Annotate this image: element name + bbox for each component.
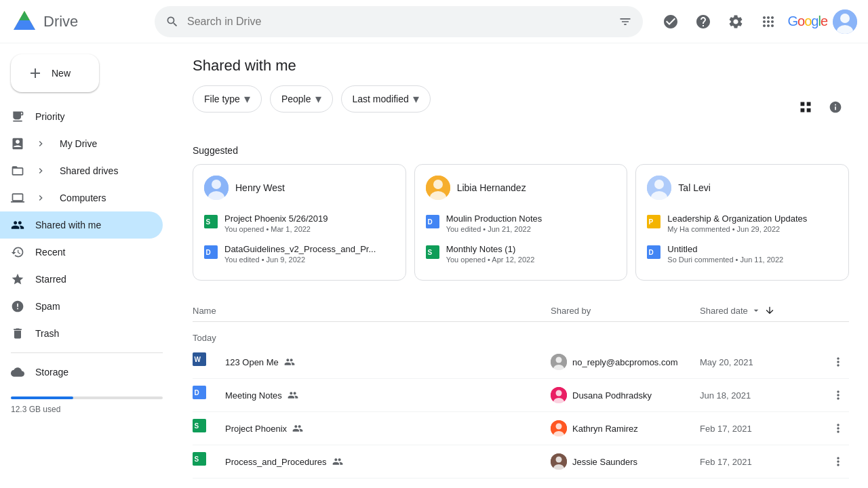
file-shared-by: no_reply@abcpromos.com <box>551 354 700 370</box>
sidebar-item-trash[interactable]: Trash <box>0 320 163 347</box>
file-meta: You opened • Apr 12, 2022 <box>446 256 616 264</box>
file-shared-by: Jessie Saunders <box>551 453 700 470</box>
sort-down-icon <box>751 305 762 316</box>
file-type-icon: D <box>204 245 218 259</box>
table-row[interactable]: S Project Phoenix Kathryn Ramirez Feb 17… <box>193 412 849 445</box>
settings-icon[interactable] <box>722 8 749 35</box>
people-label: People <box>281 94 311 104</box>
storage-text: 12.3 GB used <box>11 405 163 414</box>
shared-by-name: Kathryn Ramirez <box>572 424 638 434</box>
sidebar-item-spam[interactable]: Spam <box>0 293 163 320</box>
sidebar-item-recent[interactable]: Recent <box>0 239 163 266</box>
svg-text:P: P <box>649 218 654 226</box>
file-meta: So Duri commented • Jun 11, 2022 <box>667 256 837 264</box>
more-options[interactable] <box>822 384 849 406</box>
suggested-file-item[interactable]: D Moulin Production Notes You edited • J… <box>426 208 616 239</box>
file-shared-date: May 20, 2021 <box>700 357 822 367</box>
help-icon[interactable] <box>690 8 717 35</box>
file-name: DataGuidelines_v2_Process_and_Pr... <box>224 244 395 254</box>
svg-text:D: D <box>427 218 432 226</box>
more-options[interactable] <box>822 418 849 439</box>
sidebar-label-trash: Trash <box>35 328 59 339</box>
file-type-icon: S <box>426 245 439 259</box>
shared-people-icon <box>332 456 343 467</box>
sidebar-item-shared-drives[interactable]: Shared drives <box>0 157 163 184</box>
storage-section: 12.3 GB used <box>0 391 174 420</box>
file-meta: You edited • Jun 9, 2022 <box>224 256 395 264</box>
table-row[interactable]: S Process_and_Procedures Jessie Saunders… <box>193 445 849 479</box>
app-title: Drive <box>43 13 78 30</box>
file-row-name: S Project Phoenix <box>193 419 551 438</box>
suggested-file-item[interactable]: D DataGuidelines_v2_Process_and_Pr... Yo… <box>204 239 395 269</box>
priority-icon <box>11 110 24 123</box>
person-name: Tal Levi <box>678 182 710 193</box>
svg-text:S: S <box>427 249 432 256</box>
sidebar-item-computers[interactable]: Computers <box>0 184 163 211</box>
search-input[interactable] <box>187 16 610 28</box>
suggested-label: Suggested <box>193 145 849 156</box>
shared-by-avatar <box>551 453 567 470</box>
more-vertical-icon <box>831 388 845 402</box>
more-options-button[interactable] <box>827 418 849 439</box>
sidebar-label-shared-drives: Shared drives <box>60 165 118 176</box>
grid-view-button[interactable] <box>792 94 819 121</box>
sidebar-item-priority[interactable]: Priority <box>0 103 163 130</box>
more-vertical-icon <box>831 355 845 369</box>
person-name: Libia Hernandez <box>457 182 526 193</box>
file-row-name: S Process_and_Procedures <box>193 452 551 471</box>
more-options[interactable] <box>822 351 849 373</box>
file-type-label: File type <box>204 94 240 104</box>
sidebar-label-my-drive: My Drive <box>60 138 97 149</box>
sidebar-label-spam: Spam <box>35 301 60 312</box>
suggested-file-item[interactable]: S Project Phoenix 5/26/2019 You opened •… <box>204 208 395 239</box>
filter-icon[interactable] <box>618 15 632 28</box>
avatar[interactable] <box>833 9 857 34</box>
search-bar[interactable] <box>155 6 643 37</box>
person-card[interactable]: Libia Hernandez D Moulin Production Note… <box>414 164 628 281</box>
sidebar-item-my-drive[interactable]: My Drive <box>0 130 163 157</box>
file-shared-date: Jun 18, 2021 <box>700 390 822 401</box>
nav-items: Priority My Drive Shared drives <box>0 103 174 347</box>
spam-icon <box>11 300 24 313</box>
svg-point-5 <box>840 14 850 23</box>
shared-date-column-header[interactable]: Shared date <box>700 305 822 316</box>
shared-drives-icon <box>11 164 24 178</box>
done-icon[interactable] <box>657 8 684 35</box>
people-filter[interactable]: People ▾ <box>270 85 333 113</box>
svg-marker-2 <box>14 20 35 30</box>
file-row-name: W 123 Open Me <box>193 352 551 371</box>
more-options-button[interactable] <box>827 451 849 472</box>
svg-point-15 <box>433 180 443 189</box>
suggested-file-item[interactable]: D Untitled So Duri commented • Jun 11, 2… <box>647 239 837 269</box>
sidebar-item-starred[interactable]: Starred <box>0 266 163 293</box>
svg-text:D: D <box>195 389 199 396</box>
shared-people-icon <box>288 390 298 401</box>
file-type-filter[interactable]: File type ▾ <box>193 85 262 113</box>
more-options-button[interactable] <box>827 351 849 373</box>
file-name: Monthly Notes (1) <box>446 244 616 254</box>
person-card[interactable]: Henry West S Project Phoenix 5/26/2019 Y… <box>193 164 406 281</box>
new-button[interactable]: New <box>11 54 99 92</box>
person-avatar <box>647 176 671 200</box>
recent-icon <box>11 245 24 259</box>
sidebar: New Priority My Drive <box>0 43 174 488</box>
sidebar-item-storage[interactable]: Storage <box>0 359 163 386</box>
more-options-button[interactable] <box>827 384 849 406</box>
more-options[interactable] <box>822 451 849 472</box>
sidebar-label-starred: Starred <box>35 274 66 285</box>
filter-row: File type ▾ People ▾ Last modified ▾ <box>193 85 849 129</box>
file-name: Leadership & Organization Updates <box>667 214 837 224</box>
person-card[interactable]: Tal Levi P Leadership & Organization Upd… <box>635 164 849 281</box>
apps-icon[interactable] <box>755 8 782 35</box>
table-row[interactable]: W 123 Open Me no_reply@abcpromos.com May… <box>193 346 849 379</box>
main-layout: New Priority My Drive <box>0 43 868 488</box>
info-button[interactable] <box>822 94 849 121</box>
suggested-file-item[interactable]: P Leadership & Organization Updates My H… <box>647 208 837 239</box>
trash-icon <box>11 327 24 340</box>
suggested-file-item[interactable]: S Monthly Notes (1) You opened • Apr 12,… <box>426 239 616 269</box>
table-row[interactable]: D Meeting Notes Dusana Podhradsky Jun 18… <box>193 379 849 412</box>
last-modified-filter[interactable]: Last modified ▾ <box>341 85 431 113</box>
sidebar-item-shared-with-me[interactable]: Shared with me <box>0 211 163 239</box>
search-icon <box>165 15 179 28</box>
shared-by-avatar <box>551 420 567 436</box>
